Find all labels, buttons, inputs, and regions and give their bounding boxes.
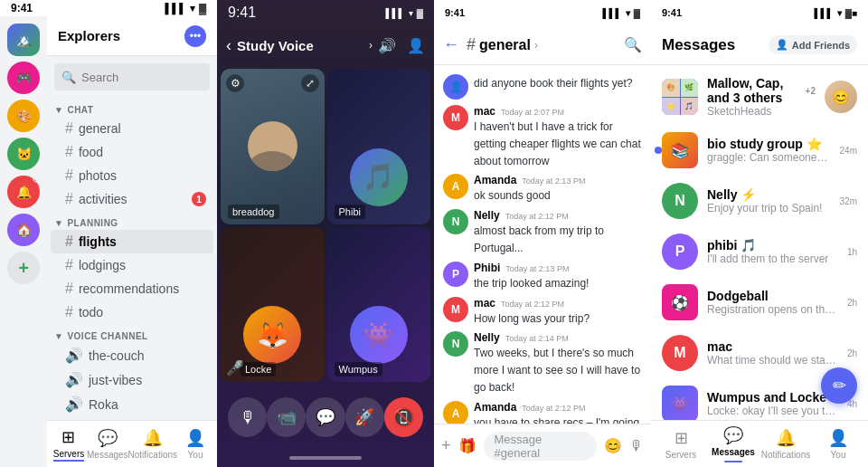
speaker-icon[interactable]: 🔊 — [378, 37, 396, 54]
search-icon[interactable]: 🔍 — [624, 36, 642, 53]
settings-icon[interactable]: ⚙ — [226, 74, 244, 92]
dm-item-phibi[interactable]: P phibi 🎵 I'll add them to the server 1h — [651, 226, 868, 277]
nav-servers[interactable]: ⊞ Servers — [655, 424, 707, 463]
channel-name: food — [79, 145, 206, 159]
channel-photos[interactable]: # photos — [51, 164, 213, 187]
channel-flights[interactable]: # flights — [51, 230, 213, 253]
speaker-icon: 🔊 — [65, 396, 83, 413]
message-text: you have to share recs – I'm going prett… — [474, 416, 639, 424]
message-text: Two weeks, but I there's so much more I … — [474, 347, 640, 394]
nav-label: Messages — [87, 450, 128, 460]
dm-content: bio study group ⭐ graggle: Can someone e… — [707, 137, 831, 164]
message-text: almost back from my trip to Portugal... — [474, 224, 604, 254]
status-icons-p1: ▌▌▌ ▾ ▓ — [165, 3, 206, 14]
end-call-button[interactable]: 📵 — [384, 397, 423, 437]
channel-roka[interactable]: 🔊 Roka — [51, 392, 213, 416]
hash-icon: # — [65, 167, 73, 184]
nav-label: You — [188, 450, 203, 460]
nav-messages[interactable]: 💬 Messages — [707, 422, 760, 466]
dm-name: Nelly ⚡ — [707, 187, 831, 202]
video-button[interactable]: 📹 — [267, 397, 306, 437]
channel-activities[interactable]: # activities 1 — [51, 187, 213, 211]
dm-item-dodgeball[interactable]: ⚽ Dodgeball Registration opens on the th… — [651, 277, 868, 328]
channel-todo[interactable]: # todo — [51, 300, 213, 324]
mute-button[interactable]: 🎙 — [228, 397, 267, 437]
channel-name: lodgings — [79, 258, 206, 272]
search-bar[interactable]: 🔍 👤+ — [54, 63, 210, 91]
profile-add-icon[interactable]: 👤 — [407, 37, 425, 54]
channel-food[interactable]: # food — [51, 140, 213, 164]
voice-controls: 🎙 📹 💬 🚀 📵 — [217, 386, 434, 449]
emoji-button[interactable]: 😊 — [604, 437, 622, 454]
server-icon-2[interactable]: 🎨 — [7, 100, 40, 132]
server-icon-4[interactable]: 🔔1 — [7, 176, 40, 208]
gift-button[interactable]: 🎁 — [458, 437, 476, 454]
group-avatar: 🎨 🌿 ⭐ 🎵 — [662, 79, 698, 115]
profile-icon: 👤 — [185, 428, 205, 448]
nav-notifications[interactable]: 🔔 Notifications — [760, 424, 812, 463]
message-item: N Nelly Today at 2:14 PM Two weeks, but … — [443, 329, 642, 396]
dm-item-sketchheads[interactable]: 🎨 🌿 ⭐ 🎵 Mallow, Cap, and 3 others +2 Ske… — [651, 69, 868, 125]
unread-indicator — [655, 147, 662, 154]
message-time: Today at 2:13 PM — [505, 264, 569, 273]
wifi-icon: ▾ — [409, 8, 413, 18]
message-input[interactable]: Message #general — [484, 432, 597, 461]
video-tile-wumpus: 👾 Wumpus — [327, 227, 431, 383]
add-friends-button[interactable]: 👤 Add Friends — [769, 35, 857, 54]
messages-icon: 💬 — [98, 428, 118, 448]
add-server-button[interactable]: + — [7, 252, 40, 284]
nav-notifications[interactable]: 🔔 Notifications — [128, 424, 177, 463]
back-button[interactable]: ← — [443, 35, 459, 54]
panel-chat: 9:41 ▌▌▌ ▾ ▓ ← # general › 🔍 👤 did anyon… — [434, 0, 651, 467]
channel-just-vibes[interactable]: 🔊 just-vibes — [51, 367, 213, 392]
message-item: A Amanda Today at 2:13 PM ok sounds good — [443, 172, 642, 205]
message-author: Amanda — [474, 174, 516, 186]
dm-item-nelly[interactable]: N Nelly ⚡ Enjoy your trip to Spain! 32m — [651, 176, 868, 226]
rocket-button[interactable]: 🚀 — [345, 397, 384, 437]
channel-the-couch[interactable]: 🔊 the-couch — [51, 343, 213, 367]
message-time: Today at 2:12 PM — [501, 300, 564, 309]
mic-button[interactable]: 🎙 — [629, 438, 644, 454]
chevron-right-icon: › — [369, 39, 373, 52]
dm-item-biostudy[interactable]: 📚 bio study group ⭐ graggle: Can someone… — [651, 125, 868, 176]
dm-name: bio study group ⭐ — [707, 137, 831, 151]
channel-name: flights — [79, 234, 206, 249]
search-input[interactable] — [81, 71, 217, 84]
nav-servers[interactable]: ⊞ Servers — [51, 424, 87, 465]
message-content: Nelly Today at 2:12 PM almost back from … — [474, 209, 642, 256]
hash-icon: # — [65, 191, 73, 207]
add-attachment-button[interactable]: + — [441, 436, 451, 455]
signal-icon: ▌▌▌ — [165, 3, 186, 14]
back-button[interactable]: ‹ — [226, 36, 231, 55]
wifi-icon: ▾ — [837, 8, 842, 18]
server-icon-explorers[interactable]: 🏔️ — [7, 24, 40, 56]
category-label: PLANNING — [67, 218, 118, 228]
nav-label: Messages — [712, 447, 755, 457]
channel-lodgings[interactable]: # lodgings — [51, 253, 213, 277]
panel-voice: 9:41 ▌▌▌ ▾ ▓ ‹ Study Voice › 🔊 👤 ⚙ ⤢ bre… — [217, 0, 434, 467]
expand-icon[interactable]: ⤢ — [301, 74, 319, 92]
nav-messages[interactable]: 💬 Messages — [87, 424, 128, 463]
channel-general[interactable]: # general — [51, 117, 213, 140]
battery-icon: ▓ — [417, 8, 423, 18]
server-sidebar: 🏔️ 🎮 🎨 🐱 🔔1 🏠 + Explorers ••• 🔍 👤+ — [0, 16, 217, 467]
compose-fab-button[interactable]: ✏ — [821, 367, 857, 404]
dm-content: Nelly ⚡ Enjoy your trip to Spain! — [707, 187, 831, 214]
nav-you[interactable]: 👤 You — [177, 424, 213, 463]
category-chevron: ▼ — [54, 331, 63, 341]
channel-name: photos — [79, 168, 206, 183]
more-options-button[interactable]: ••• — [184, 25, 206, 47]
home-indicator — [217, 449, 434, 467]
nav-you[interactable]: 👤 You — [812, 424, 864, 463]
message-text: I haven't but I have a trick for getting… — [474, 120, 641, 167]
chat-button[interactable]: 💬 — [306, 397, 344, 437]
channel-recommendations[interactable]: # recommendations — [51, 277, 213, 300]
search-icon: 🔍 — [61, 71, 76, 84]
server-icon-1[interactable]: 🎮 — [7, 62, 40, 94]
server-icon-5[interactable]: 🏠 — [7, 214, 40, 246]
hash-icon: # — [65, 234, 73, 250]
message-header: mac Today at 2:07 PM — [474, 105, 642, 118]
dm-name: Dodgeball — [707, 289, 838, 303]
dm-content: Dodgeball Registration opens on the thir… — [707, 289, 838, 316]
server-icon-3[interactable]: 🐱 — [7, 138, 40, 170]
